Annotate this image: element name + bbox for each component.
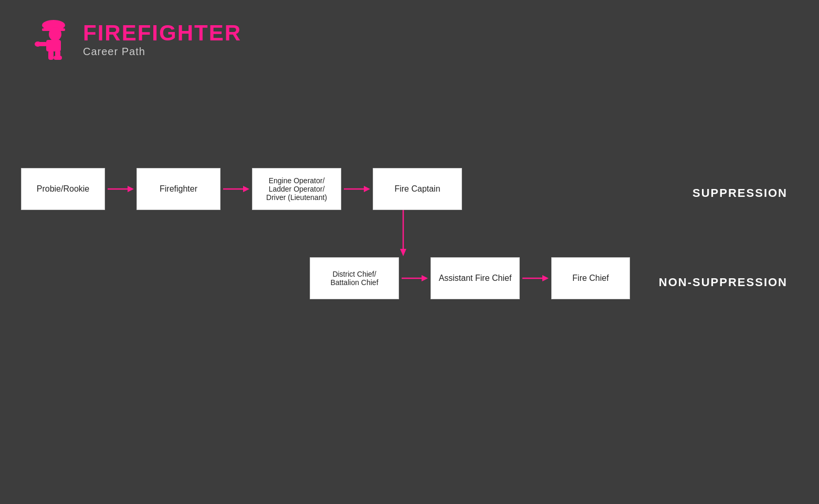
assistant-label: Assistant Fire Chief (439, 274, 512, 283)
firefighter-label: Firefighter (160, 184, 197, 194)
career-node-engine-operator: Engine Operator/ Ladder Operator/ Driver… (252, 168, 341, 210)
header: FIREFIGHTER Career Path (26, 16, 242, 63)
career-node-fire-captain: Fire Captain (373, 168, 462, 210)
svg-marker-16 (400, 249, 406, 256)
firefighter-logo-icon (26, 16, 74, 63)
svg-rect-3 (46, 40, 61, 51)
arrow-firefighter-to-engine (220, 168, 252, 210)
suppression-label: SUPPRESSION (692, 186, 788, 200)
svg-marker-10 (128, 186, 134, 192)
engine-label: Engine Operator/ Ladder Operator/ Driver… (260, 176, 333, 202)
arrow-engine-to-captain (341, 168, 373, 210)
nonsuppression-row: District Chief/ Battalion Chief Assistan… (310, 257, 630, 299)
header-title: FIREFIGHTER (83, 21, 242, 45)
career-node-probie: Probie/Rookie (21, 168, 105, 210)
arrow-captain-to-district (398, 210, 408, 257)
arrow-district-to-assistant (399, 257, 430, 299)
svg-marker-20 (542, 275, 549, 281)
suppression-row: Probie/Rookie Firefighter Engine Operato… (21, 168, 462, 210)
svg-marker-18 (422, 275, 428, 281)
svg-rect-5 (48, 50, 54, 60)
career-node-district-chief: District Chief/ Battalion Chief (310, 257, 399, 299)
career-path: Probie/Rookie Firefighter Engine Operato… (0, 105, 819, 504)
career-node-assistant-fire-chief: Assistant Fire Chief (430, 257, 520, 299)
captain-label: Fire Captain (394, 184, 440, 194)
career-node-firefighter: Firefighter (136, 168, 220, 210)
svg-point-8 (35, 41, 41, 47)
chief-label: Fire Chief (572, 274, 608, 283)
arrow-probie-to-firefighter (105, 168, 136, 210)
district-label: District Chief/ Battalion Chief (318, 270, 391, 287)
career-node-fire-chief: Fire Chief (551, 257, 630, 299)
probie-label: Probie/Rookie (37, 184, 90, 194)
svg-marker-14 (364, 186, 370, 192)
header-text: FIREFIGHTER Career Path (83, 21, 242, 57)
arrow-assistant-to-chief (520, 257, 551, 299)
header-subtitle: Career Path (83, 46, 242, 58)
svg-point-2 (49, 27, 61, 41)
nonsuppression-label: NON-SUPPRESSION (659, 276, 788, 289)
svg-marker-12 (243, 186, 249, 192)
svg-rect-7 (54, 56, 62, 60)
